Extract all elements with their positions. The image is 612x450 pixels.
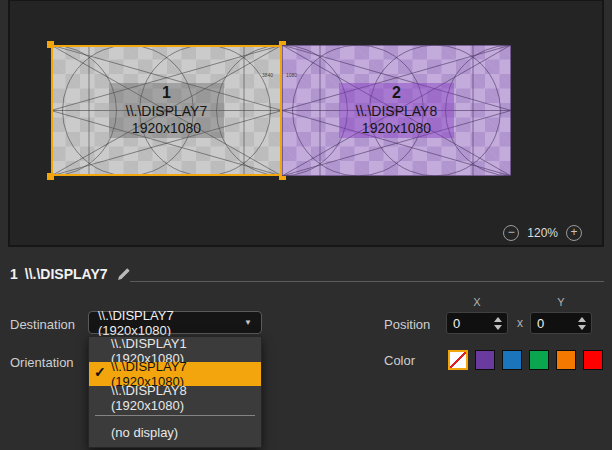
step-down-icon[interactable] xyxy=(578,325,586,330)
position-y-input[interactable] xyxy=(531,316,571,331)
display-title: \\.\DISPLAY7 xyxy=(25,266,108,282)
display-preview-1[interactable]: 1 \\.\DISPLAY7 1920x1080 xyxy=(51,45,282,176)
destination-menu: \\.\DISPLAY1 (1920x1080) ✓ \\.\DISPLAY7 … xyxy=(88,336,262,448)
color-swatches xyxy=(448,350,603,370)
position-label: Position xyxy=(384,317,430,332)
zoom-control: − 120% + xyxy=(503,225,582,241)
zoom-out-button[interactable]: − xyxy=(503,225,519,241)
color-label: Color xyxy=(384,353,415,368)
destination-dropdown[interactable]: \\.\DISPLAY7 (1920x1080) ▼ xyxy=(88,311,262,334)
menu-item-display8[interactable]: \\.\DISPLAY8 (1920x1080) xyxy=(89,386,261,409)
seam-height-label: 1080 xyxy=(286,72,297,78)
display-canvas: 1 \\.\DISPLAY7 1920x1080 2 \\.\DISPLAY xyxy=(8,0,604,247)
chevron-down-icon: ▼ xyxy=(244,318,261,327)
display-label-2: 2 \\.\DISPLAY8 1920x1080 xyxy=(339,83,454,138)
position-x-input[interactable] xyxy=(447,316,487,331)
display-name: \\.\DISPLAY8 xyxy=(356,103,437,121)
position-x-field[interactable] xyxy=(446,312,508,334)
header-divider xyxy=(130,281,604,282)
menu-item-no-display[interactable]: (no display) xyxy=(89,421,261,444)
display-resolution: 1920x1080 xyxy=(132,120,201,138)
display-label-1: 1 \\.\DISPLAY7 1920x1080 xyxy=(109,83,225,138)
x-column-header: X xyxy=(446,296,508,308)
resize-handle-bottom-left[interactable] xyxy=(47,173,54,180)
display-number: 2 xyxy=(392,83,401,103)
display-number: 1 xyxy=(162,83,171,103)
step-up-icon[interactable] xyxy=(494,317,502,322)
step-up-icon[interactable] xyxy=(578,317,586,322)
orientation-label: Orientation xyxy=(10,355,74,370)
color-swatch-blue[interactable] xyxy=(502,350,522,370)
seam-width-label: 3840 xyxy=(262,72,273,78)
destination-label: Destination xyxy=(10,317,75,332)
display-name: \\.\DISPLAY7 xyxy=(126,103,207,121)
color-swatch-green[interactable] xyxy=(529,350,549,370)
color-swatch-red[interactable] xyxy=(583,350,603,370)
position-x-stepper[interactable] xyxy=(494,313,502,333)
destination-value: \\.\DISPLAY7 (1920x1080) xyxy=(89,308,244,338)
step-down-icon[interactable] xyxy=(494,325,502,330)
display-section-header: 1 \\.\DISPLAY7 xyxy=(10,266,131,282)
zoom-in-button[interactable]: + xyxy=(566,225,582,241)
display-preview-2[interactable]: 2 \\.\DISPLAY8 1920x1080 xyxy=(282,45,511,176)
checkmark-icon: ✓ xyxy=(94,364,106,380)
position-separator: x xyxy=(513,316,527,330)
display-index: 1 xyxy=(10,266,18,282)
color-swatch-purple[interactable] xyxy=(475,350,495,370)
color-swatch-none[interactable] xyxy=(448,350,468,370)
edit-pencil-icon[interactable] xyxy=(116,267,131,282)
display-resolution: 1920x1080 xyxy=(362,120,431,138)
position-y-field[interactable] xyxy=(530,312,592,334)
color-swatch-orange[interactable] xyxy=(556,350,576,370)
zoom-level: 120% xyxy=(527,226,558,240)
y-column-header: Y xyxy=(530,296,592,308)
resize-handle-top-left[interactable] xyxy=(47,41,54,48)
position-y-stepper[interactable] xyxy=(578,313,586,333)
